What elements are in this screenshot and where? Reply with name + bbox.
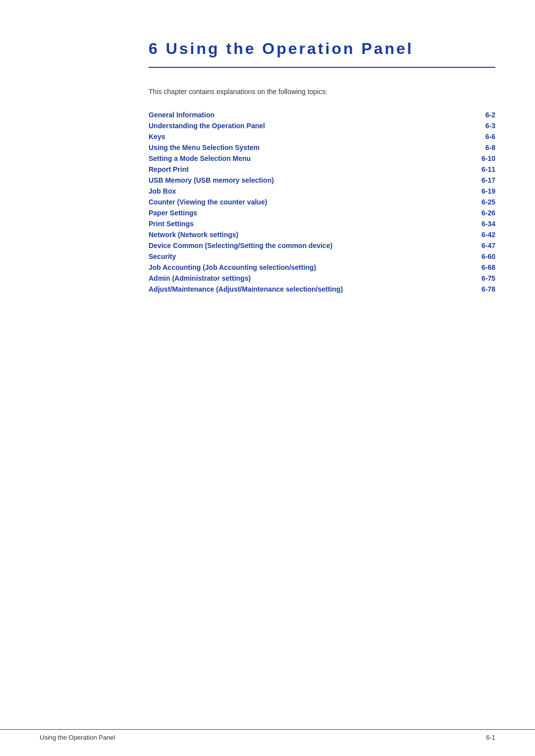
toc-page: 6-17 xyxy=(443,175,495,186)
toc-page: 6-3 xyxy=(443,120,495,131)
toc-label: Paper Settings xyxy=(149,207,443,218)
toc-row[interactable]: Paper Settings6-26 xyxy=(149,207,495,218)
toc-page: 6-19 xyxy=(443,186,495,197)
toc-row[interactable]: Understanding the Operation Panel6-3 xyxy=(149,120,495,131)
toc-label: Network (Network settings) xyxy=(149,229,443,240)
toc-page: 6-6 xyxy=(443,131,495,142)
toc-row[interactable]: Admin (Administrator settings)6-75 xyxy=(149,273,495,284)
toc-row[interactable]: Job Accounting (Job Accounting selection… xyxy=(149,262,495,273)
toc-label: Print Settings xyxy=(149,218,443,229)
toc-page: 6-42 xyxy=(443,229,495,240)
toc-row[interactable]: Setting a Mode Selection Menu6-10 xyxy=(149,153,495,164)
footer: Using the Operation Panel 6-1 xyxy=(0,729,535,741)
toc-row[interactable]: Report Print6-11 xyxy=(149,164,495,175)
toc-label: Admin (Administrator settings) xyxy=(149,273,443,284)
toc-page: 6-8 xyxy=(443,142,495,153)
toc-label: USB Memory (USB memory selection) xyxy=(149,175,443,186)
toc-page: 6-60 xyxy=(443,251,495,262)
toc-row[interactable]: Keys6-6 xyxy=(149,131,495,142)
toc-label: Counter (Viewing the counter value) xyxy=(149,197,443,207)
toc-label: Device Common (Selecting/Setting the com… xyxy=(149,240,443,251)
footer-right: 6-1 xyxy=(486,734,495,741)
toc-table: General Information6-2Understanding the … xyxy=(149,109,495,295)
toc-row[interactable]: Counter (Viewing the counter value)6-25 xyxy=(149,197,495,207)
content-area: 6 Using the Operation Panel This chapter… xyxy=(149,0,495,295)
toc-row[interactable]: Security6-60 xyxy=(149,251,495,262)
toc-row[interactable]: General Information6-2 xyxy=(149,109,495,120)
toc-label: Using the Menu Selection System xyxy=(149,142,443,153)
toc-page: 6-75 xyxy=(443,273,495,284)
toc-page: 6-2 xyxy=(443,109,495,120)
toc-row[interactable]: Print Settings6-34 xyxy=(149,218,495,229)
toc-label: Keys xyxy=(149,131,443,142)
toc-label: General Information xyxy=(149,109,443,120)
chapter-title: 6 Using the Operation Panel xyxy=(149,40,495,58)
toc-row[interactable]: USB Memory (USB memory selection)6-17 xyxy=(149,175,495,186)
page-container: 6 Using the Operation Panel This chapter… xyxy=(0,0,535,756)
toc-page: 6-78 xyxy=(443,284,495,295)
footer-left: Using the Operation Panel xyxy=(40,734,115,741)
toc-label: Job Box xyxy=(149,186,443,197)
toc-page: 6-47 xyxy=(443,240,495,251)
toc-page: 6-26 xyxy=(443,207,495,218)
toc-row[interactable]: Job Box6-19 xyxy=(149,186,495,197)
toc-page: 6-25 xyxy=(443,197,495,207)
toc-label: Security xyxy=(149,251,443,262)
intro-text: This chapter contains explanations on th… xyxy=(149,88,495,96)
toc-label: Job Accounting (Job Accounting selection… xyxy=(149,262,443,273)
toc-page: 6-68 xyxy=(443,262,495,273)
toc-page: 6-10 xyxy=(443,153,495,164)
toc-row[interactable]: Using the Menu Selection System6-8 xyxy=(149,142,495,153)
toc-page: 6-11 xyxy=(443,164,495,175)
title-underline xyxy=(149,67,495,68)
toc-row[interactable]: Network (Network settings)6-42 xyxy=(149,229,495,240)
toc-page: 6-34 xyxy=(443,218,495,229)
toc-label: Adjust/Maintenance (Adjust/Maintenance s… xyxy=(149,284,443,295)
toc-row[interactable]: Adjust/Maintenance (Adjust/Maintenance s… xyxy=(149,284,495,295)
toc-label: Report Print xyxy=(149,164,443,175)
toc-label: Setting a Mode Selection Menu xyxy=(149,153,443,164)
toc-row[interactable]: Device Common (Selecting/Setting the com… xyxy=(149,240,495,251)
toc-label: Understanding the Operation Panel xyxy=(149,120,443,131)
